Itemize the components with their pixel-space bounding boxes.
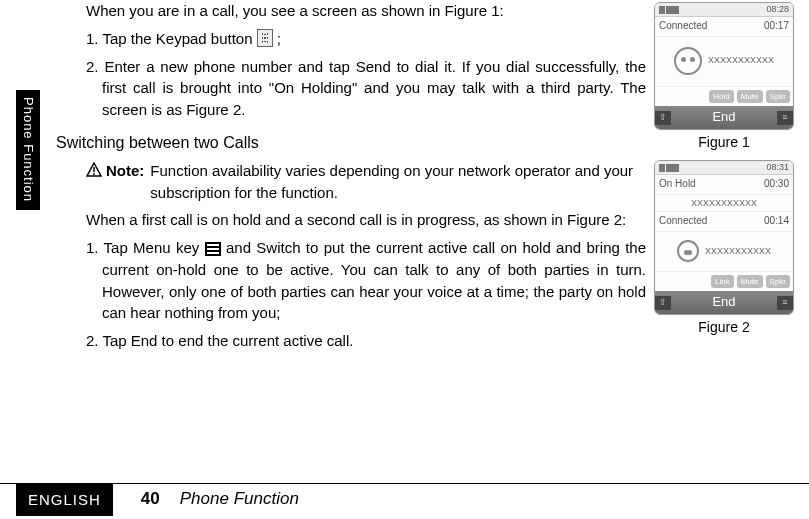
fig2-status-text: Connected <box>659 214 707 229</box>
step-1: 1. Tap the Keypad button ; <box>86 28 646 50</box>
main-content: When you are in a call, you see a screen… <box>86 0 646 358</box>
fig2-onhold-number: XXXXXXXXXXX <box>691 198 757 208</box>
signal-icon <box>659 164 679 172</box>
figure-1-caption: Figure 1 <box>649 132 799 152</box>
fig1-mute-button[interactable]: Mute <box>737 90 763 104</box>
fig1-number: XXXXXXXXXXX <box>708 54 774 67</box>
fig1-end-bar[interactable]: ⇧ End ≡ <box>655 106 793 129</box>
face-icon <box>677 240 699 262</box>
fig1-timer: 00:17 <box>764 19 789 34</box>
fig2-number: XXXXXXXXXXX <box>705 245 771 258</box>
fig1-connected-row: Connected 00:17 <box>655 17 793 37</box>
fig2-onhold-text: On Hold <box>659 177 696 192</box>
face-icon <box>674 47 702 75</box>
warning-icon <box>86 162 102 178</box>
footer-title: Phone Function <box>180 487 299 512</box>
fig1-face-row: XXXXXXXXXXX <box>655 37 793 87</box>
step-1-text-a: 1. Tap the Keypad button <box>86 30 253 47</box>
fig2-onhold-row: On Hold 00:30 <box>655 175 793 195</box>
step-1-text-b: ; <box>273 30 281 47</box>
step-3-text-a: 1. Tap Menu key <box>86 239 199 256</box>
fig2-left-softkey-icon[interactable]: ⇧ <box>655 296 671 310</box>
fig2-status-bar: 08:31 <box>655 161 793 175</box>
note-label: Note: <box>106 160 144 204</box>
fig2-end-bar[interactable]: ⇧ End ≡ <box>655 291 793 314</box>
fig2-end-label: End <box>712 293 735 312</box>
fig2-link-button[interactable]: Link <box>711 275 734 289</box>
figures-column: 08:28 Connected 00:17 XXXXXXXXXXX Hold M… <box>649 2 799 345</box>
fig1-spkr-button[interactable]: Spkr <box>766 90 790 104</box>
intro-text-1: When you are in a call, you see a screen… <box>86 0 646 22</box>
menu-icon <box>205 242 221 256</box>
fig2-spkr-button[interactable]: Spkr <box>766 275 790 289</box>
fig2-mute-button[interactable]: Mute <box>737 275 763 289</box>
page-footer: ENGLISH 40 Phone Function <box>0 483 809 515</box>
fig2-right-softkey-icon[interactable]: ≡ <box>777 296 793 310</box>
note-row: Note: Function availability varies depen… <box>86 160 646 204</box>
page-number: 40 <box>141 487 160 512</box>
fig2-onhold-num-row: XXXXXXXXXXX <box>655 195 793 213</box>
fig1-left-softkey-icon[interactable]: ⇧ <box>655 111 671 125</box>
step-3: 1. Tap Menu key and Switch to put the cu… <box>86 237 646 324</box>
figure-1-phone: 08:28 Connected 00:17 XXXXXXXXXXX Hold M… <box>654 2 794 130</box>
fig2-timer: 00:14 <box>764 214 789 229</box>
figure-2-phone: 08:31 On Hold 00:30 XXXXXXXXXXX Connecte… <box>654 160 794 315</box>
section-heading: Switching between two Calls <box>56 131 646 154</box>
fig2-connected-row: Connected 00:14 <box>655 212 793 232</box>
note-text: Function availability varies depending o… <box>150 160 646 204</box>
step-4: 2. Tap End to end the current active cal… <box>86 330 646 352</box>
fig2-clock: 08:31 <box>766 161 789 174</box>
fig1-right-softkey-icon[interactable]: ≡ <box>777 111 793 125</box>
fig1-status-bar: 08:28 <box>655 3 793 17</box>
fig1-clock: 08:28 <box>766 3 789 16</box>
svg-point-2 <box>93 173 95 175</box>
fig1-end-label: End <box>712 108 735 127</box>
fig2-onhold-timer: 00:30 <box>764 177 789 192</box>
fig2-buttons: Link Mute Spkr <box>655 272 793 292</box>
fig1-buttons: Hold Mute Spkr <box>655 87 793 107</box>
fig2-face-row: XXXXXXXXXXX <box>655 232 793 272</box>
fig1-status-text: Connected <box>659 19 707 34</box>
language-badge: ENGLISH <box>16 483 113 517</box>
intro-text-2: When a first call is on hold and a secon… <box>86 209 646 231</box>
figure-2-caption: Figure 2 <box>649 317 799 337</box>
keypad-icon <box>257 29 273 47</box>
signal-icon <box>659 6 679 14</box>
side-tab-phone-function: Phone Function <box>16 90 40 210</box>
fig1-hold-button[interactable]: Hold <box>709 90 733 104</box>
step-2: 2. Enter a new phone number and tap Send… <box>86 56 646 121</box>
